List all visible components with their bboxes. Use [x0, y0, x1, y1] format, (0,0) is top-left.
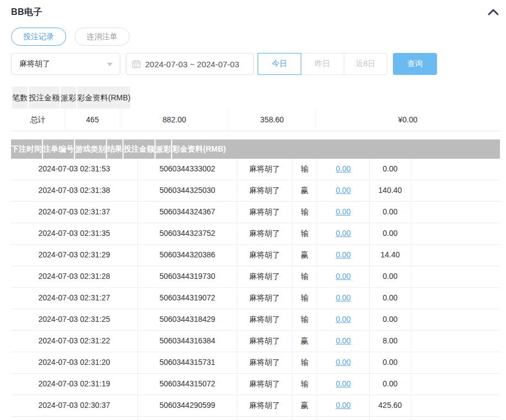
payout: 0.00	[370, 309, 411, 330]
order-number: 5060344290599	[138, 395, 237, 416]
order-number: 5060344325030	[138, 180, 237, 201]
bet-amount-link[interactable]: 0.00	[335, 229, 350, 238]
caret-down-icon	[107, 63, 113, 66]
bonus	[411, 374, 500, 395]
result: 输	[292, 374, 317, 395]
collapse-panel-button[interactable]	[487, 8, 500, 17]
quick-range-button[interactable]: 昨日	[301, 53, 344, 75]
result: 输	[292, 309, 317, 330]
tab[interactable]: 投注记录	[11, 28, 66, 46]
game-type: 麻将胡了	[237, 180, 292, 201]
tab[interactable]: 连消注单	[74, 28, 130, 46]
result: 输	[292, 266, 317, 287]
summary-column-header: 彩金资料(RMB)	[77, 87, 130, 109]
summary-bonus: ¥0.00	[316, 109, 500, 131]
records-column-header: 彩金资料(RMB)	[172, 139, 226, 159]
bet-time: 2024-07-03 02:31:19	[11, 374, 138, 395]
bet-time: 2024-07-03 02:31:20	[11, 352, 138, 373]
bet-amount-link[interactable]: 0.00	[335, 272, 350, 281]
table-row: 2024-07-03 02:31:19 5060344315072 麻将胡了 输…	[11, 374, 500, 395]
result: 输	[292, 159, 317, 180]
game-type: 麻将胡了	[237, 331, 292, 352]
date-range-picker[interactable]: 2024-07-03 ~ 2024-07-03	[126, 53, 254, 75]
records-column-header: 下注时间	[11, 139, 43, 159]
bet-time: 2024-07-03 02:31:29	[11, 245, 138, 266]
bonus	[411, 395, 500, 416]
payout: 8.00	[370, 331, 411, 352]
summary-table: 笔数 投注金额 派彩 彩金资料(RMB) 总计 465 882.00 358.6…	[11, 87, 500, 131]
table-row: 2024-07-03 02:31:22 5060344316384 麻将胡了 赢…	[11, 331, 500, 352]
panel-header: BB电子	[11, 6, 500, 19]
order-number: 5060344316384	[138, 331, 237, 352]
bet-amount-link[interactable]: 0.00	[335, 379, 350, 388]
result: 赢	[292, 245, 317, 266]
game-select-value: 麻将胡了	[19, 59, 50, 69]
bonus	[411, 159, 500, 180]
summary-count: 465	[65, 109, 120, 131]
table-row: 2024-07-03 02:31:25 5060344318429 麻将胡了 输…	[11, 309, 500, 331]
game-type: 麻将胡了	[237, 266, 292, 287]
records-column-header: 游戏类别	[75, 139, 107, 159]
summary-total-row: 总计 465 882.00 358.60 ¥0.00	[11, 109, 500, 131]
records-table-header: 下注时间 注单编号 游戏类别 结果 投注金额 派彩 彩金资料(RMB)	[11, 139, 500, 159]
records-table: 下注时间 注单编号 游戏类别 结果 投注金额 派彩 彩金资料(RMB) 2024…	[11, 139, 500, 420]
bet-amount-link[interactable]: 0.00	[335, 315, 350, 324]
bet-time: 2024-07-03 02:31:35	[11, 223, 138, 244]
bet-time: 2024-07-03 02:31:25	[11, 309, 138, 330]
result: 赢	[292, 417, 317, 420]
bonus	[411, 331, 500, 352]
table-row: 2024-07-03 02:31:27 5060344319072 麻将胡了 输…	[11, 288, 500, 309]
bonus	[411, 266, 500, 287]
bet-amount-link[interactable]: 0.00	[335, 207, 350, 216]
bet-amount-link[interactable]: 0.00	[335, 358, 350, 367]
game-select[interactable]: 麻将胡了	[11, 53, 120, 75]
summary-column-header: 投注金额	[29, 87, 61, 109]
game-type: 麻将胡了	[237, 288, 292, 309]
result: 输	[292, 352, 317, 373]
bet-amount-link[interactable]: 0.00	[335, 250, 350, 259]
bet-amount-link[interactable]: 0.00	[335, 164, 350, 173]
filter-bar: 麻将胡了 2024-07-03 ~ 2024-07-03 今日	[11, 53, 500, 75]
payout: 0.00	[370, 159, 411, 180]
result: 赢	[292, 331, 317, 352]
game-type: 麻将胡了	[237, 395, 292, 416]
bet-time: 2024-07-03 02:31:37	[11, 202, 138, 223]
bet-time: 2024-07-03 02:31:27	[11, 288, 138, 309]
payout: -0.50	[370, 417, 411, 420]
summary-total-label: 总计	[11, 109, 65, 131]
bet-amount-link[interactable]: 0.00	[335, 186, 350, 195]
payout: 140.40	[370, 180, 411, 201]
bonus	[411, 223, 500, 244]
records-column-header: 结果	[107, 139, 124, 159]
bonus	[411, 202, 500, 223]
quick-range-buttons: 今日 昨日 近8日	[258, 53, 387, 75]
game-type: 麻将胡了	[237, 159, 292, 180]
bonus	[411, 245, 500, 266]
table-row: 2024-07-03 02:31:29 5060344320386 麻将胡了 赢…	[11, 245, 500, 266]
order-number: 5060344315072	[138, 374, 237, 395]
order-number: 5060344318429	[138, 309, 237, 330]
bet-amount-link[interactable]: 0.00	[335, 293, 350, 302]
bonus	[411, 288, 500, 309]
summary-column-header: 派彩	[61, 87, 77, 109]
calendar-icon	[132, 60, 141, 68]
bet-amount-link[interactable]: 0.00	[335, 336, 350, 345]
payout: 0.00	[370, 352, 411, 373]
table-row: 2024-07-03 02:30:21 5060344280634 麻将胡了 赢…	[11, 417, 500, 420]
quick-range-button[interactable]: 今日	[258, 53, 301, 75]
payout: 425.60	[370, 395, 411, 416]
order-number: 5060344315731	[138, 352, 237, 373]
betting-records-panel: BB电子 投注记录 连消注单 麻将胡了	[0, 0, 506, 420]
payout: 14.40	[370, 245, 411, 266]
search-button[interactable]: 查询	[393, 53, 437, 75]
page-title: BB电子	[11, 7, 42, 18]
bonus	[411, 309, 500, 330]
bet-time: 2024-07-03 02:31:53	[11, 159, 138, 180]
quick-range-button[interactable]: 近8日	[344, 53, 387, 75]
table-row: 2024-07-03 02:31:37 5060344324367 麻将胡了 输…	[11, 202, 500, 223]
game-type: 麻将胡了	[237, 417, 292, 420]
bet-amount-link[interactable]: 0.00	[335, 401, 350, 410]
result: 赢	[292, 180, 317, 201]
chevron-up-icon	[488, 9, 499, 15]
summary-bet-amount: 882.00	[120, 109, 229, 131]
